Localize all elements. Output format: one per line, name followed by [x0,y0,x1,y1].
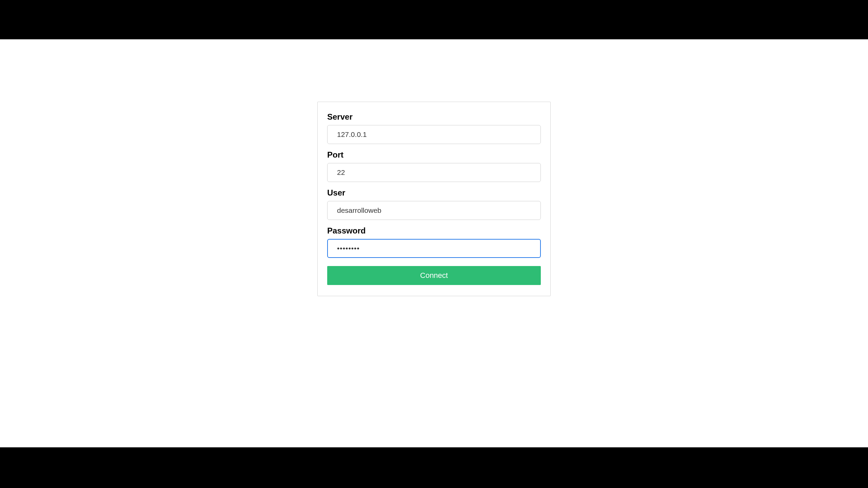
connect-button[interactable]: Connect [327,266,541,285]
server-field-group: Server [327,112,541,144]
user-label: User [327,188,541,198]
user-field-group: User [327,188,541,220]
port-field-group: Port [327,150,541,182]
connection-form-panel: Server Port User Password Connect [317,102,551,296]
port-label: Port [327,150,541,160]
password-input[interactable] [327,239,541,258]
password-label: Password [327,226,541,236]
password-field-group: Password [327,226,541,258]
letterbox-bottom [0,447,868,488]
port-input[interactable] [327,163,541,182]
content-area: Server Port User Password Connect [0,39,868,447]
server-label: Server [327,112,541,122]
letterbox-top [0,0,868,39]
server-input[interactable] [327,125,541,144]
user-input[interactable] [327,201,541,220]
